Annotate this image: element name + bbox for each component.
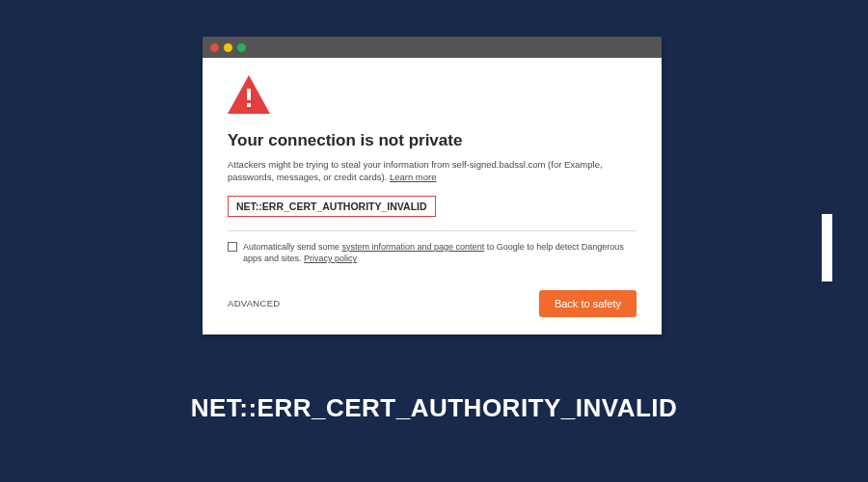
learn-more-link[interactable]: Learn more <box>390 172 437 182</box>
error-code: NET::ERR_CERT_AUTHORITY_INVALID <box>228 196 436 217</box>
action-row: ADVANCED Back to safety <box>228 290 637 317</box>
side-accent <box>822 214 832 281</box>
error-description: Attackers might be trying to steal your … <box>228 158 637 184</box>
svg-rect-2 <box>247 103 251 107</box>
minimize-icon[interactable] <box>224 43 232 52</box>
error-heading: Your connection is not private <box>228 131 637 150</box>
back-to-safety-button[interactable]: Back to safety <box>539 290 637 317</box>
consent-row: Automatically send some system informati… <box>228 241 637 265</box>
advanced-button[interactable]: ADVANCED <box>228 298 280 308</box>
browser-window: Your connection is not private Attackers… <box>203 37 662 335</box>
error-content: Your connection is not private Attackers… <box>203 58 662 335</box>
divider <box>228 230 637 231</box>
privacy-policy-link[interactable]: Privacy policy <box>304 254 357 263</box>
page-caption: NET::ERR_CERT_AUTHORITY_INVALID <box>0 393 868 423</box>
maximize-icon[interactable] <box>237 43 246 52</box>
close-icon[interactable] <box>210 43 219 52</box>
warning-icon <box>228 75 637 118</box>
window-titlebar <box>203 37 662 58</box>
consent-checkbox[interactable] <box>228 242 237 252</box>
svg-rect-1 <box>247 89 251 100</box>
consent-text: Automatically send some system informati… <box>243 241 637 265</box>
system-info-link[interactable]: system information and page content <box>342 242 485 252</box>
